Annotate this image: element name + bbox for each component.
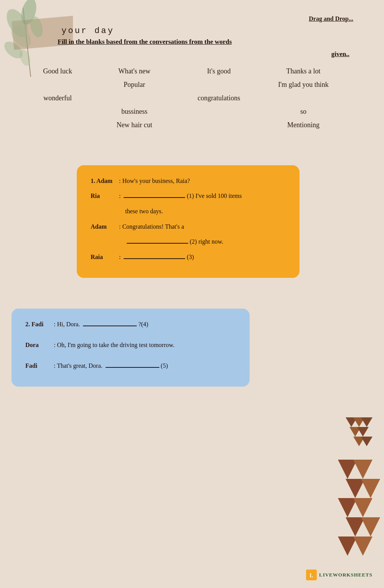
- title-handwritten: your day: [61, 26, 114, 36]
- conv1-text1: : How's your business, Raia?: [118, 176, 286, 186]
- word-new-hair-cut[interactable]: New hair cut: [92, 120, 177, 131]
- conv1-text6: : (3): [118, 252, 286, 262]
- conv2-line3: Fadi : That's great, Dora. (5): [25, 361, 236, 371]
- blank-2[interactable]: [127, 237, 188, 244]
- word-whats-new[interactable]: What's new: [92, 66, 177, 77]
- page: Drag and Drop... your day Fill in the bl…: [0, 0, 384, 588]
- logo-icon: L: [306, 570, 317, 580]
- svg-marker-20: [353, 498, 372, 517]
- triangle-decoration: [315, 414, 384, 569]
- svg-marker-14: [361, 437, 372, 446]
- blank-1[interactable]: [124, 191, 185, 198]
- conv1-text4: : Congratulations! That's a: [118, 222, 286, 232]
- conv2-text3: : That's great, Dora. (5): [52, 361, 236, 371]
- blank-4[interactable]: [83, 319, 137, 326]
- conv1-text5: (2) right now.: [118, 237, 286, 247]
- given-label: given..: [15, 50, 369, 58]
- word-mentioning[interactable]: Mentioning: [261, 120, 346, 131]
- conv2-line1: 2. Fadi : Hi, Dora. ?(4): [25, 319, 236, 329]
- conv1-line4: Adam : Congratulations! That's a: [91, 222, 286, 232]
- word-its-good[interactable]: It's good: [177, 66, 261, 77]
- blank-3[interactable]: [124, 252, 185, 259]
- header: Drag and Drop... your day Fill in the bl…: [0, 0, 384, 62]
- word-popular[interactable]: Popular: [92, 79, 177, 90]
- conv2-speaker-fadi1: 2. Fadi: [25, 321, 52, 328]
- conv1-line1: 1. Adam : How's your business, Raia?: [91, 176, 286, 186]
- conv2-text1: : Hi, Dora. ?(4): [52, 319, 236, 329]
- word-bussiness[interactable]: bussiness: [92, 106, 177, 117]
- word-thanks-lot[interactable]: Thanks a lot: [261, 66, 346, 77]
- conv1-text2: : (1) I've sold 100 items: [118, 191, 286, 201]
- blank-5[interactable]: [106, 361, 159, 368]
- svg-marker-22: [361, 517, 380, 537]
- svg-marker-19: [338, 498, 357, 517]
- conv1-speaker-adam2: Adam: [91, 223, 118, 230]
- conv1-line3: these two days.: [91, 206, 286, 216]
- conversation-1-box: 1. Adam : How's your business, Raia? Ria…: [77, 165, 300, 278]
- svg-marker-23: [338, 537, 357, 556]
- svg-text:L: L: [310, 573, 313, 578]
- conversation-2-box: 2. Fadi : Hi, Dora. ?(4) Dora : Oh, I'm …: [12, 309, 250, 387]
- conv2-speaker-fadi2: Fadi: [25, 362, 52, 369]
- svg-marker-12: [357, 427, 369, 437]
- conv1-speaker-adam1: 1. Adam: [91, 178, 118, 184]
- conv1-line6: Raia : (3): [91, 252, 286, 262]
- word-congratulations[interactable]: congratulations: [177, 93, 261, 104]
- fill-instruction: Fill in the blanks based from the conver…: [58, 38, 232, 45]
- conv2-line2: Dora : Oh, I'm going to take the driving…: [25, 340, 236, 350]
- svg-marker-10: [361, 417, 372, 427]
- logo-area: L LIVEWORKSHEETS: [306, 570, 372, 580]
- svg-marker-17: [346, 479, 365, 498]
- conv1-speaker-ria: Ria: [91, 193, 118, 199]
- svg-marker-18: [361, 479, 380, 498]
- svg-marker-15: [338, 460, 357, 479]
- conv2-speaker-dora: Dora: [25, 342, 52, 349]
- conv1-line2: Ria : (1) I've sold 100 items: [91, 191, 286, 201]
- logo-text: LIVEWORKSHEETS: [319, 572, 372, 578]
- conv1-line5: (2) right now.: [91, 237, 286, 247]
- svg-marker-16: [353, 460, 372, 479]
- svg-marker-24: [353, 537, 372, 556]
- word-wonderful[interactable]: wonderful: [23, 93, 92, 104]
- conv1-speaker-raia: Raia: [91, 254, 118, 261]
- svg-marker-21: [346, 517, 365, 537]
- word-im-glad[interactable]: I'm glad you think: [261, 79, 346, 90]
- drag-drop-label: Drag and Drop...: [15, 8, 369, 22]
- conv2-text2: : Oh, I'm going to take the driving test…: [52, 340, 236, 350]
- conv1-text3: these two days.: [118, 206, 286, 216]
- word-so[interactable]: so: [261, 106, 346, 117]
